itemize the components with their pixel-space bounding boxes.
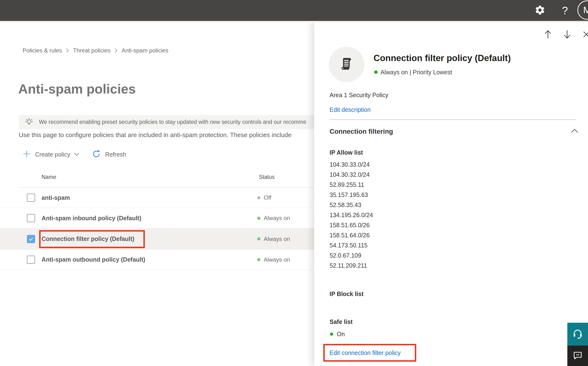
status-dot-on [257, 217, 260, 220]
edit-description-link[interactable]: Edit description [330, 106, 371, 113]
feedback-button[interactable] [567, 346, 588, 366]
ip-entry: 52.89.255.11 [330, 180, 373, 190]
chevron-right-icon [114, 48, 118, 53]
ip-entry: 52.0.67.109 [330, 250, 373, 260]
help-icon: ? [562, 5, 568, 17]
refresh-icon [92, 149, 101, 160]
ip-allow-list: 104.30.33.0/24 104.30.32.0/24 52.89.255.… [330, 160, 373, 271]
lightbulb-icon [24, 117, 34, 127]
status-cell: Always on [257, 236, 290, 242]
settings-button[interactable] [533, 0, 547, 21]
ip-entry: 158.51.65.0/26 [330, 220, 373, 230]
status-dot-off [257, 196, 260, 199]
panel-divider [330, 120, 576, 120]
banner-text: We recommend enabling preset security po… [39, 119, 306, 125]
policy-name[interactable]: Anti-spam inbound policy (Default) [42, 215, 141, 222]
screen: ? M Policies & rules Threat policies Ant… [0, 0, 588, 366]
ip-entry: 52.58.35.43 [330, 200, 373, 210]
row-checkbox-checked[interactable] [27, 235, 35, 243]
recommendation-banner: We recommend enabling preset security po… [19, 115, 314, 129]
page-description: Use this page to configure policies that… [19, 131, 314, 139]
ip-entry: 104.30.33.0/24 [330, 160, 373, 169]
previous-item-button[interactable] [541, 28, 554, 40]
refresh-button[interactable]: Refresh [92, 149, 126, 160]
table-row[interactable]: Anti-spam inbound policy (Default) Alway… [0, 208, 314, 229]
ip-entry: 35.157.195.63 [330, 190, 373, 200]
details-panel: Connection filter policy (Default) Alway… [314, 21, 588, 366]
ip-block-list-heading: IP Block list [330, 290, 363, 297]
status-dot-on [257, 237, 260, 240]
policy-avatar [329, 47, 364, 82]
next-item-button[interactable] [561, 28, 573, 40]
status-cell: Always on [257, 215, 290, 221]
column-header-name[interactable]: Name [42, 174, 56, 180]
status-label: Always on [264, 215, 290, 221]
close-panel-button[interactable] [580, 28, 588, 40]
avatar-initial: M [583, 5, 588, 15]
status-cell: Off [257, 194, 272, 201]
gear-icon [534, 5, 545, 17]
account-avatar[interactable]: M [577, 0, 588, 20]
ip-entry: 52.11.209.211 [330, 260, 373, 271]
ip-entry: 54.173.50.115 [330, 240, 373, 250]
feedback-chat-icon [573, 350, 583, 361]
table-row-selected[interactable]: Connection filter policy (Default) Alway… [0, 229, 314, 250]
status-dot-on [330, 333, 333, 336]
ip-entry: 134.195.26.0/24 [330, 210, 373, 220]
row-checkbox[interactable] [27, 194, 35, 202]
chevron-right-icon [66, 48, 69, 53]
page-title: Anti-spam policies [18, 81, 136, 97]
panel-status-line: Always on | Priority Lowest [374, 69, 452, 76]
policy-name[interactable]: anti-spam [42, 194, 70, 201]
breadcrumb-policies-rules[interactable]: Policies & rules [22, 47, 62, 54]
toolbar: Create policy Refresh [22, 148, 126, 161]
panel-navigation [535, 28, 588, 40]
edit-connection-filter-policy-link[interactable]: Edit connection filter policy [330, 349, 401, 356]
scroll-policy-icon [338, 56, 355, 73]
ip-allow-list-heading: IP Allow list [330, 149, 363, 156]
breadcrumb-threat-policies[interactable]: Threat policies [73, 47, 110, 54]
create-policy-button[interactable]: Create policy [22, 150, 79, 159]
breadcrumb-anti-spam-policies[interactable]: Anti-spam policies [122, 47, 168, 54]
table-row[interactable]: anti-spam Off [0, 188, 314, 208]
status-cell: Always on [257, 256, 290, 263]
column-header-status[interactable]: Status [259, 174, 275, 180]
refresh-label: Refresh [105, 151, 126, 158]
section-heading-connection-filtering: Connection filtering [330, 128, 393, 135]
status-dot-on [257, 258, 260, 261]
top-bar: ? M [0, 0, 588, 21]
help-button[interactable]: ? [558, 0, 572, 21]
chevron-down-icon [74, 153, 79, 156]
ip-entry: 158.51.64.0/26 [330, 230, 373, 240]
status-label: Off [264, 194, 272, 201]
row-checkbox[interactable] [27, 256, 35, 264]
breadcrumb: Policies & rules Threat policies Anti-sp… [22, 47, 168, 54]
status-dot-on [374, 70, 378, 74]
safe-list-heading: Safe list [330, 318, 353, 325]
headset-icon [572, 328, 583, 340]
safe-list-status-text: On [337, 331, 345, 338]
panel-title: Connection filter policy (Default) [374, 53, 511, 63]
panel-status-text: Always on | Priority Lowest [381, 69, 452, 76]
row-checkbox[interactable] [27, 214, 35, 222]
policy-name[interactable]: Connection filter policy (Default) [42, 236, 134, 242]
support-button[interactable] [567, 323, 588, 346]
policy-description: Area 1 Security Policy [330, 92, 388, 99]
create-policy-label: Create policy [35, 151, 70, 158]
chevron-up-icon[interactable] [571, 128, 578, 134]
topbar-divider [0, 21, 588, 22]
safe-list-status: On [330, 331, 345, 337]
status-label: Always on [264, 256, 290, 263]
status-label: Always on [264, 236, 290, 242]
table-row[interactable]: Anti-spam outbound policy (Default) Alwa… [0, 250, 314, 270]
ip-entry: 104.30.32.0/24 [330, 169, 373, 180]
policy-name[interactable]: Anti-spam outbound policy (Default) [42, 256, 145, 263]
plus-icon [22, 150, 31, 159]
